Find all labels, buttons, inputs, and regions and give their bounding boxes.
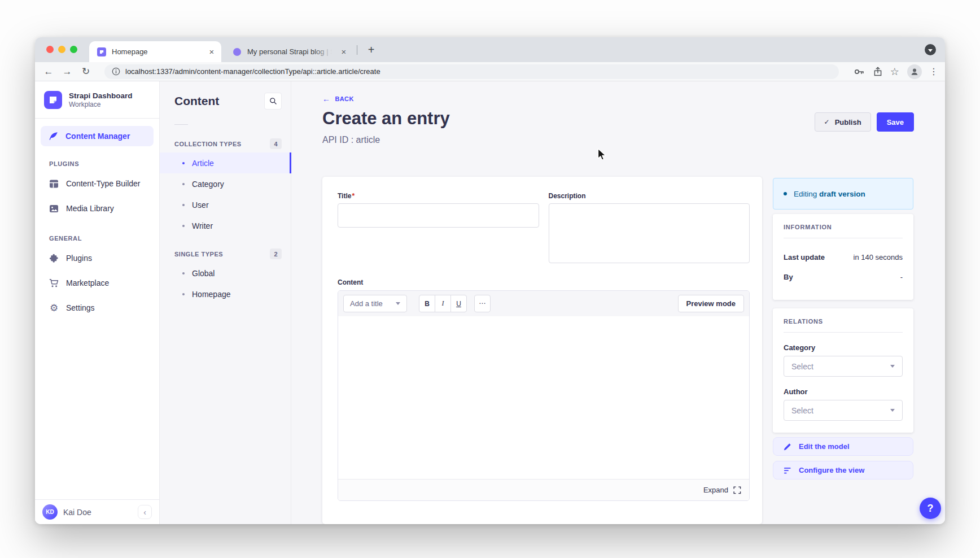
reload-button[interactable]: ↻ [79, 67, 93, 76]
browser-toolbar: ← → ↻ localhost:1337/admin/content-manag… [35, 62, 945, 81]
back-link-label: BACK [335, 95, 353, 102]
desktop: Homepage × My personal Strapi blog | Str… [0, 0, 980, 558]
sidebar-item-label: Media Library [66, 204, 114, 213]
sidebar-item-plugins[interactable]: Plugins [35, 246, 159, 271]
share-icon[interactable] [873, 67, 883, 77]
underline-button[interactable]: U [450, 295, 467, 312]
person-icon [910, 67, 919, 76]
page-title: Create an entry [322, 108, 450, 129]
collapse-sidebar-button[interactable]: ‹ [138, 505, 152, 519]
save-button[interactable]: Save [877, 112, 914, 132]
purple-dot-favicon-icon [233, 47, 242, 56]
sidebar-item-label: Content-Type Builder [66, 179, 141, 188]
maximize-window-button[interactable] [70, 46, 77, 53]
sidebar-item-content-type-builder[interactable]: Content-Type Builder [35, 171, 159, 196]
sidebar-item-label: Marketplace [66, 278, 109, 287]
draft-status-prefix: Editing [794, 190, 817, 198]
subnav-item-homepage[interactable]: Homepage [160, 284, 291, 304]
heading-select[interactable]: Add a title [343, 295, 407, 312]
publish-button[interactable]: ✓ Publish [815, 112, 871, 132]
bold-button[interactable]: B [419, 295, 435, 312]
avatar[interactable]: KD [42, 504, 58, 520]
close-window-button[interactable] [46, 46, 54, 53]
content-subnav: Content COLLECTION TYPES 4 Article [160, 81, 291, 524]
divider [174, 124, 188, 125]
editor-toolbar: Add a title B I U … Preview mode [338, 291, 749, 316]
title-input[interactable] [338, 203, 539, 228]
search-button[interactable] [264, 93, 282, 110]
picture-icon [49, 204, 59, 213]
bullet-icon [182, 204, 185, 206]
bullet-icon [182, 183, 185, 185]
subnav-item-writer[interactable]: Writer [160, 215, 291, 236]
tab-strapi-blog[interactable]: My personal Strapi blog | Strap × [225, 41, 353, 62]
pencil-icon [784, 443, 791, 451]
forward-button[interactable]: → [60, 67, 74, 76]
back-button[interactable]: ← [42, 67, 55, 76]
new-tab-button[interactable]: + [364, 42, 379, 58]
address-bar[interactable]: localhost:1337/admin/content-manager/col… [104, 64, 839, 79]
save-button-label: Save [887, 118, 904, 127]
sidebar-item-label: Plugins [66, 254, 92, 263]
sidebar-item-media-library[interactable]: Media Library [35, 196, 159, 221]
title-field-label: Title [338, 192, 351, 200]
sidebar-item-settings[interactable]: ⚙ Settings [35, 295, 159, 320]
configure-the-view-label: Configure the view [799, 466, 864, 474]
sidebar-item-label: Content Manager [65, 132, 130, 141]
strapi-logo-icon [44, 91, 62, 109]
more-formatting-button[interactable]: … [474, 295, 491, 312]
workspace-name: Strapi Dashboard [69, 91, 133, 101]
browser-menu-icon[interactable]: ⋮ [929, 66, 938, 77]
password-key-icon[interactable] [854, 67, 864, 77]
category-select[interactable]: Select [784, 356, 903, 377]
close-tab-icon[interactable]: × [339, 47, 349, 57]
description-textarea[interactable] [549, 203, 750, 263]
content-field-label: Content [338, 278, 750, 286]
sidebar-item-marketplace[interactable]: Marketplace [35, 271, 159, 295]
publish-button-label: Publish [835, 118, 861, 127]
entry-form-card: Title* Description Content [322, 177, 762, 524]
edit-the-model-button[interactable]: Edit the model [773, 437, 913, 456]
expand-label[interactable]: Expand [703, 486, 728, 494]
tab-title: Homepage [112, 47, 202, 56]
subnav-item-global[interactable]: Global [160, 263, 291, 284]
chevron-left-icon: ‹ [143, 508, 146, 516]
site-info-icon[interactable] [112, 67, 120, 76]
subnav-item-article[interactable]: Article [160, 152, 291, 173]
subnav-item-category[interactable]: Category [160, 173, 291, 194]
author-select[interactable]: Select [784, 400, 903, 421]
minimize-window-button[interactable] [58, 46, 65, 53]
browser-window: Homepage × My personal Strapi blog | Str… [35, 37, 945, 524]
italic-button[interactable]: I [435, 295, 451, 312]
search-icon [269, 97, 277, 105]
sidebar-item-content-manager[interactable]: Content Manager [41, 126, 154, 146]
editor-text-area[interactable] [338, 316, 749, 479]
close-tab-icon[interactable]: × [207, 47, 217, 57]
bullet-icon [182, 272, 185, 274]
cart-icon [49, 278, 59, 288]
category-relation-label: Category [784, 343, 903, 352]
configure-the-view-button[interactable]: Configure the view [773, 461, 913, 479]
draft-status-banner: Editing draft version [773, 178, 913, 210]
browser-profile-avatar[interactable] [907, 64, 922, 79]
category-select-value: Select [791, 362, 813, 371]
back-link[interactable]: ← BACK [322, 95, 354, 103]
bookmark-star-icon[interactable]: ☆ [890, 66, 899, 78]
status-dot-icon [784, 192, 787, 195]
tab-search-menu-button[interactable] [925, 44, 936, 55]
expand-icon[interactable] [733, 486, 741, 494]
workspace-brand[interactable]: Strapi Dashboard Workplace [35, 81, 159, 119]
sidebar-item-label: Settings [66, 303, 95, 312]
subnav-item-user[interactable]: User [160, 194, 291, 215]
divider [784, 332, 903, 333]
preview-mode-button[interactable]: Preview mode [678, 295, 744, 312]
sidebar-footer: KD Kai Doe ‹ [35, 499, 159, 524]
main-content: ← BACK Create an entry API ID : article … [291, 81, 945, 524]
bullet-icon [182, 225, 185, 227]
help-button[interactable]: ? [920, 498, 941, 519]
right-panel: Editing draft version INFORMATION Last u… [773, 178, 913, 479]
tab-homepage[interactable]: Homepage × [89, 41, 221, 62]
information-header: INFORMATION [784, 224, 903, 230]
tab-bar: Homepage × My personal Strapi blog | Str… [35, 37, 945, 62]
workspace-subtitle: Workplace [69, 101, 133, 108]
